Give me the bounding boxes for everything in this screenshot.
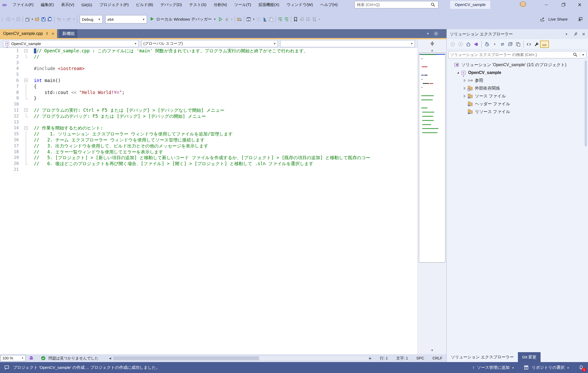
tree-item[interactable]: ＋＋OpenCV_sample (447, 69, 588, 77)
fold-margin[interactable]: − (23, 107, 29, 113)
code-line[interactable]: 6−int main() (0, 78, 418, 84)
scroll-up-arrow-icon[interactable]: ▲ (418, 48, 446, 53)
view-code-icon[interactable] (525, 41, 533, 47)
code-line[interactable]: 20// 6. 後ほどこのプロジェクトを再び開く場合、[ファイル] > [開く]… (0, 161, 418, 167)
preview-selected-items-icon[interactable] (541, 41, 548, 47)
code-line[interactable]: 21 (0, 167, 418, 173)
scroll-down-arrow-icon[interactable]: ▼ (418, 348, 446, 353)
tree-item[interactable]: ソース ファイル (447, 92, 588, 100)
user-avatar[interactable] (519, 1, 526, 8)
document-tab-opencv-sample-cpp[interactable]: OpenCV_sample.cpp⊼✕ (0, 29, 57, 38)
code-line[interactable]: 10 (0, 101, 418, 107)
fold-margin[interactable]: − (23, 78, 29, 84)
panel-title-bar[interactable]: ソリューション エクスプローラー ▼ ✕ (447, 29, 588, 39)
tab-settings-gear-icon[interactable] (433, 30, 439, 37)
open-folder-icon[interactable] (34, 16, 40, 22)
tree-item[interactable]: ヘッダー ファイル (447, 100, 588, 108)
tree-item[interactable]: ソリューション 'OpenCV_sample' (1/1 のプロジェクト) (447, 61, 588, 69)
menu-item[interactable]: ビルド(B) (132, 0, 157, 9)
search-options-caret-icon[interactable]: ▼ (582, 53, 585, 56)
menu-item[interactable]: ツール(T) (231, 0, 255, 9)
cursor-column-indicator[interactable]: 文字: 1 (392, 356, 412, 361)
new-project-icon[interactable] (24, 16, 30, 22)
find-in-files-icon[interactable] (236, 16, 243, 22)
split-editor-button[interactable] (418, 39, 446, 48)
collapse-box-icon[interactable]: − (24, 108, 28, 112)
fold-margin[interactable]: − (23, 125, 29, 131)
project-scope-dropdown[interactable]: ＋＋ OpenCV_sample ▼ (3, 40, 139, 47)
code-line[interactable]: 17// 3. 出力ウィンドウを使用して、ビルド出力とその他のメッセージを表示し… (0, 143, 418, 149)
minimap-scrollbar[interactable]: ▲ ▼ (418, 48, 446, 354)
member-scope-dropdown[interactable]: ▼ (280, 40, 415, 47)
quick-search-box[interactable]: 検索 (Ctrl+Q) (354, 1, 438, 8)
menu-item[interactable]: Git(G) (78, 0, 96, 9)
code-line[interactable]: 16// 2. チーム エクスプローラー ウィンドウを使用してソース管理に接続し… (0, 137, 418, 143)
add-to-source-control-button[interactable]: ↑ ソース管理に追加 ▲ (472, 365, 514, 370)
tree-item[interactable]: 参照 (447, 77, 588, 84)
code-editor[interactable]: 1−// OpenCV_sample.cpp : このファイルには 'main'… (0, 48, 418, 354)
dropdown-caret-icon[interactable]: ▼ (491, 41, 499, 47)
tree-item[interactable]: ↗外部依存関係 (447, 84, 588, 92)
solution-platform-dropdown[interactable]: x64▼ (105, 15, 147, 23)
collapse-box-icon[interactable]: − (24, 126, 28, 130)
close-tab-icon[interactable]: ✕ (52, 32, 54, 36)
minimize-button[interactable] (538, 0, 555, 9)
pin-icon[interactable]: ⊼ (46, 32, 48, 36)
menu-item[interactable]: ファイル(F) (9, 0, 37, 9)
start-without-debugging-icon[interactable] (217, 16, 224, 22)
live-share-label[interactable]: Live Share (548, 17, 568, 22)
select-cursor-icon[interactable] (262, 16, 268, 22)
code-line[interactable]: 3 (0, 60, 418, 66)
expander-collapsed-icon[interactable] (462, 79, 467, 82)
save-icon[interactable] (40, 16, 47, 22)
code-line[interactable]: 12// プログラムのデバッグ: F5 または [デバッグ] > [デバッグの開… (0, 113, 418, 119)
close-panel-icon[interactable]: ✕ (582, 32, 585, 37)
document-health-icon[interactable] (28, 355, 34, 361)
panel-scrollbar-thumb[interactable] (585, 60, 587, 146)
code-line[interactable]: 13 (0, 119, 418, 125)
unindent-lines-icon[interactable] (283, 16, 290, 22)
dropdown-caret-icon[interactable]: ▼ (30, 16, 34, 22)
panel-tab-solution-explorer[interactable]: ソリューション エクスプローラー (447, 352, 518, 362)
code-line[interactable]: 5 (0, 72, 418, 78)
zoom-level-dropdown[interactable]: 100 % ▼ (1, 355, 26, 361)
panel-tab-git-changes[interactable]: Git 変更 (518, 352, 541, 362)
menu-item[interactable]: デバッグ(D) (157, 0, 186, 9)
restore-button[interactable] (555, 0, 571, 9)
solution-search-box[interactable]: ソリューション エクスプローラー の検索 (Ctrl+:) ▼ (448, 51, 586, 58)
code-line[interactable]: 18// 4. エラー一覧ウィンドウを使用してエラーを表示します (0, 149, 418, 155)
start-debugging-button[interactable]: ローカル Windows デバッガー▼ (150, 17, 216, 22)
indent-lines-icon[interactable] (277, 16, 283, 22)
insert-mode-indicator[interactable]: SPC (412, 356, 428, 360)
menu-item[interactable]: ウィンドウ(W) (283, 0, 317, 9)
expander-collapsed-icon[interactable] (462, 86, 467, 90)
scroll-left-arrow-icon[interactable]: ◀ (109, 357, 111, 360)
menu-item[interactable]: ヘルプ(H) (316, 0, 341, 9)
select-repository-button[interactable]: リポジトリの選択 ▲ (523, 364, 569, 371)
code-line[interactable]: 8 std::cout << "Hello World!¥n"; (0, 90, 418, 96)
code-line[interactable]: 19// 5. [プロジェクト] > [新しい項目の追加] と移動して新しいコー… (0, 155, 418, 161)
menu-item[interactable]: 表示(V) (58, 0, 78, 9)
sync-icon[interactable] (499, 41, 506, 47)
collapse-all-icon[interactable] (506, 41, 514, 47)
line-ending-indicator[interactable]: CRLF (428, 356, 446, 360)
pin-icon[interactable] (573, 31, 579, 37)
expander-collapsed-icon[interactable] (462, 94, 467, 98)
menu-item[interactable]: プロジェクト(P) (96, 0, 132, 9)
collapse-box-icon[interactable]: − (24, 79, 28, 82)
switch-views-icon[interactable] (472, 41, 480, 47)
dropdown-caret-icon[interactable]: ▼ (252, 16, 255, 22)
pending-changes-filter-icon[interactable] (483, 41, 491, 47)
toolbar-grip-icon[interactable]: ⋮⋮⋮ (1, 17, 5, 21)
bookmark-icon[interactable] (292, 16, 299, 22)
menu-item[interactable]: テスト(S) (186, 0, 210, 9)
document-tab-whats-new[interactable]: 新機能 (59, 29, 77, 38)
notifications-button[interactable]: 1 (578, 364, 584, 371)
collapse-box-icon[interactable]: − (24, 49, 28, 53)
cursor-line-indicator[interactable]: 行: 1 (376, 356, 392, 361)
code-line[interactable]: 14−// 作業を開始するためのヒント: (0, 125, 418, 131)
show-all-files-icon[interactable] (514, 41, 522, 47)
document-list-caret-icon[interactable]: ▼ (426, 32, 429, 35)
block-selection-icon[interactable] (255, 16, 262, 22)
feedback-icon[interactable] (577, 16, 583, 22)
